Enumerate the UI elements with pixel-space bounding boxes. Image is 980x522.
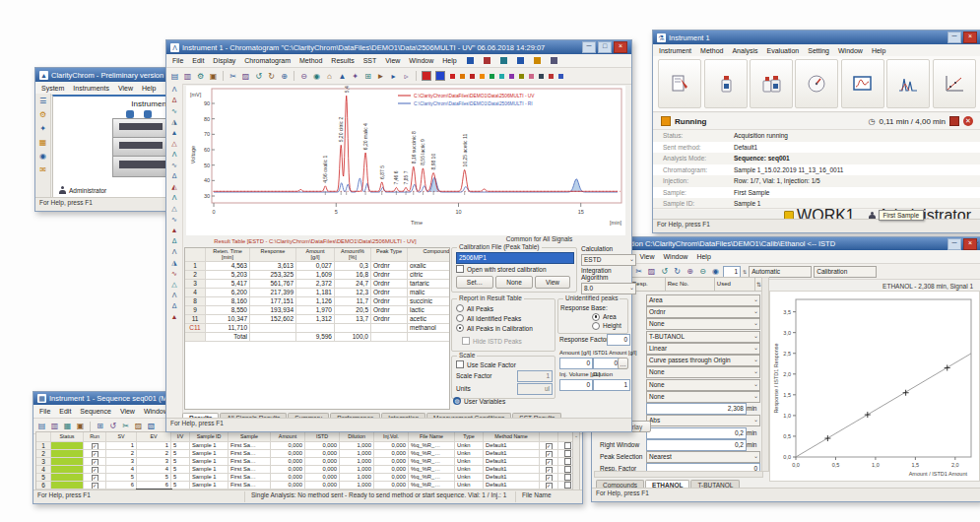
hide-istd-checkbox[interactable]: Hide ISTD Peaks xyxy=(462,337,522,345)
sequence-row[interactable]: 2✓225Sample 1First Sa…0,0000,0001,0000,0… xyxy=(36,450,573,458)
toolbar-icon[interactable]: ▤ xyxy=(36,421,47,431)
table-cell[interactable]: 3 xyxy=(185,280,206,288)
toolbar-icon[interactable]: ► xyxy=(375,71,386,82)
peak-tool-icon[interactable]: Δ xyxy=(169,96,180,105)
column-header[interactable]: Dilution xyxy=(340,432,374,441)
property-dropdown[interactable]: Curve passes through Origin xyxy=(646,355,760,366)
table-cell[interactable]: succinic xyxy=(408,297,450,305)
sequence-row[interactable]: 4✓445Sample 1First Sa…0,0000,0001,0000,0… xyxy=(36,466,573,474)
sequence-cell[interactable]: First Sa… xyxy=(229,450,271,457)
toolbar-icon[interactable]: ✂ xyxy=(228,71,238,82)
sequence-cell[interactable]: 0,000 xyxy=(305,450,340,457)
table-cell[interactable]: tartaric xyxy=(408,280,450,288)
sequence-cell[interactable]: 6 xyxy=(137,482,171,489)
table-cell[interactable]: 4,563 xyxy=(206,262,250,270)
toolbar-icon[interactable]: ⌂ xyxy=(324,71,335,82)
peak-tool-icon[interactable]: ▲ xyxy=(169,226,180,235)
toolbar-icon[interactable]: ▦ xyxy=(62,421,73,431)
menu-item-help[interactable]: Help xyxy=(442,57,456,64)
sequence-cell[interactable]: Unkn xyxy=(455,466,484,473)
sequence-cell[interactable]: 1,000 xyxy=(340,482,374,489)
menu-item-help[interactable]: Help xyxy=(696,253,710,260)
sequence-cell[interactable]: 5 xyxy=(171,450,190,457)
property-dropdown[interactable]: None xyxy=(646,379,760,391)
recalculation-mode-dropdown[interactable]: Automatic xyxy=(749,266,812,278)
menu-item-system[interactable]: System xyxy=(41,85,64,92)
table-cell[interactable]: 9,596 xyxy=(296,333,335,341)
overlay-color-swatch[interactable] xyxy=(529,74,534,79)
menu-toolbar-icon[interactable] xyxy=(517,57,524,64)
sequence-cell[interactable]: Sample 1 xyxy=(190,466,229,473)
overlay-color-swatch[interactable] xyxy=(549,74,554,79)
toolbar-icon[interactable]: ✦ xyxy=(350,71,360,82)
sequence-cell[interactable]: Unkn xyxy=(455,482,484,489)
peak-tool-icon[interactable]: △ xyxy=(169,280,180,290)
table-row[interactable]: 98,550193,9341,97020,5Ordnrlactic xyxy=(185,306,449,315)
algorithm-dropdown[interactable]: 8.0 xyxy=(581,283,636,294)
column-header[interactable]: Amount xyxy=(271,432,305,441)
menu-item-help[interactable]: Help xyxy=(142,85,156,92)
open-stored-checkbox[interactable]: Open with stored calibration xyxy=(456,265,547,273)
units-input[interactable]: ul xyxy=(517,383,553,395)
toolbar-icon[interactable]: ✂ xyxy=(633,266,644,277)
sequence-cell[interactable]: 0,000 xyxy=(271,466,305,473)
table-cell[interactable]: 5,203 xyxy=(206,271,250,279)
toolbar-icon[interactable]: ▤ xyxy=(169,71,180,82)
table-cell[interactable]: 2,372 xyxy=(296,280,335,288)
table-cell[interactable]: malic xyxy=(408,289,450,296)
table-cell[interactable]: 561,767 xyxy=(250,280,296,288)
toolbar-icon[interactable]: ⊖ xyxy=(298,71,309,82)
sequence-cell[interactable]: 0,000 xyxy=(271,450,305,457)
user-variables-button[interactable]: ◍ User Variables xyxy=(453,397,505,405)
table-cell[interactable]: C11 xyxy=(185,324,206,332)
menu-item-instrument[interactable]: Instrument xyxy=(659,47,691,54)
property-dropdown[interactable]: None xyxy=(646,391,760,403)
overlay-color-swatch[interactable] xyxy=(539,74,544,79)
overlay-color-swatch[interactable] xyxy=(470,74,475,79)
report-option[interactable]: All Identified Peaks xyxy=(456,313,553,323)
more-button[interactable]: … xyxy=(618,358,628,369)
peak-tool-icon[interactable]: △ xyxy=(169,204,180,214)
toolbar-icon[interactable]: ↻ xyxy=(266,71,277,82)
peak-tool-icon[interactable]: △ xyxy=(169,139,180,149)
column-header[interactable]: ISTD Amount xyxy=(305,432,340,441)
table-cell[interactable] xyxy=(250,333,296,341)
close-button[interactable]: × xyxy=(614,41,627,53)
sequence-cell[interactable]: 0,000 xyxy=(305,442,340,449)
sequence-cell[interactable]: 0,000 xyxy=(374,466,409,473)
column-header[interactable] xyxy=(185,248,206,261)
table-cell[interactable]: Ordnr xyxy=(371,271,408,279)
side-tool-icon[interactable]: ⚙ xyxy=(37,109,48,120)
sequence-cell[interactable]: Sample 1 xyxy=(190,458,229,465)
column-header[interactable]: I/V xyxy=(171,432,190,441)
menu-item-sst[interactable]: SST xyxy=(363,57,377,64)
sequence-cell[interactable]: %q_%R_… xyxy=(409,474,455,481)
table-cell[interactable]: 3,613 xyxy=(250,262,296,270)
table-cell[interactable]: 24,7 xyxy=(335,280,371,288)
toolbar-icon[interactable]: ▨ xyxy=(240,71,251,82)
minimize-button[interactable]: ─ xyxy=(582,41,596,53)
peak-tool-icon[interactable]: Λ xyxy=(169,247,180,257)
table-cell[interactable] xyxy=(250,324,296,332)
sequence-cell[interactable]: 0,000 xyxy=(374,482,409,489)
overlay-color-swatch[interactable] xyxy=(480,74,485,79)
column-header[interactable]: Compound Name xyxy=(408,248,450,261)
column-header[interactable]: EV xyxy=(137,432,171,441)
sequence-cell[interactable]: First Sa… xyxy=(229,482,271,489)
sequence-cell[interactable]: 3 xyxy=(137,458,171,465)
menu-toolbar-icon[interactable] xyxy=(551,57,557,64)
table-row[interactable]: 14,5633,6130,0270,3Ordnroxalic xyxy=(185,262,449,271)
sequence-cell[interactable]: 0,000 xyxy=(305,482,340,489)
table-cell[interactable]: Ordnr xyxy=(371,315,408,323)
table-cell[interactable]: 1,312 xyxy=(296,315,335,323)
report-option[interactable]: All Peaks xyxy=(456,303,553,313)
flag-checkbox[interactable]: ✓ xyxy=(540,442,558,449)
menu-item-window[interactable]: Window xyxy=(838,47,863,54)
property-dropdown[interactable]: None xyxy=(646,318,760,330)
sequence-cell[interactable]: 4 xyxy=(137,466,171,473)
flag-checkbox[interactable]: ✓ xyxy=(540,458,558,465)
sequence-cell[interactable]: 1 xyxy=(106,442,137,449)
run-checkbox[interactable]: ✓ xyxy=(84,482,106,489)
column-header[interactable]: Method Name xyxy=(484,432,540,441)
response-factor-input[interactable]: 0 xyxy=(607,334,630,346)
